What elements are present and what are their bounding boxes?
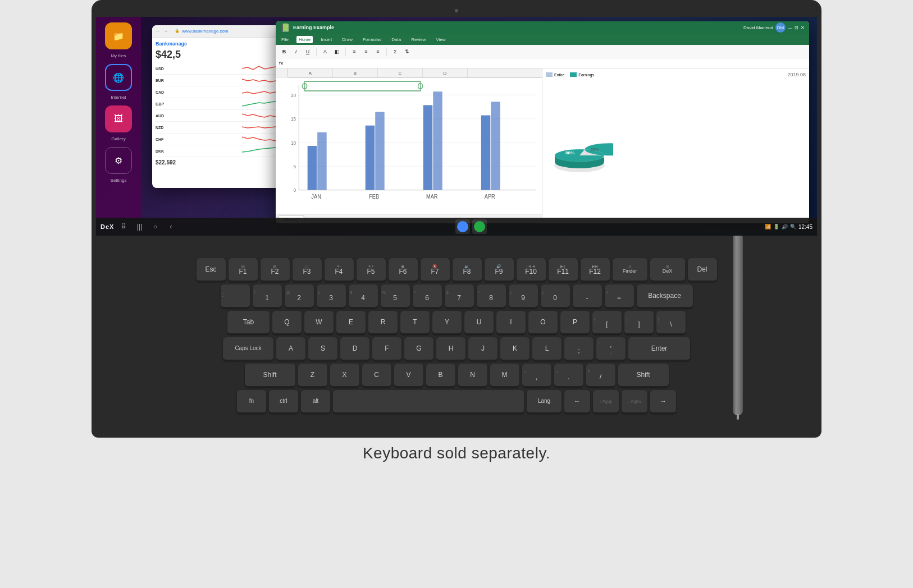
- key-s[interactable]: S: [308, 337, 337, 361]
- key-comma[interactable]: < ,: [522, 364, 551, 387]
- key-semicolon[interactable]: : ;: [564, 337, 594, 361]
- taskbar-browser-app[interactable]: [455, 219, 470, 234]
- maximize-icon[interactable]: ⊡: [795, 25, 798, 30]
- key-u[interactable]: U: [464, 311, 494, 334]
- key-equals[interactable]: + =: [605, 284, 634, 308]
- key-alt[interactable]: alt: [301, 390, 330, 414]
- key-x[interactable]: X: [330, 364, 359, 387]
- sum-button[interactable]: Σ: [390, 47, 400, 57]
- key-d[interactable]: D: [340, 337, 369, 361]
- key-y[interactable]: Y: [432, 311, 462, 334]
- key-arrow-up[interactable]: ↑ PgUp: [593, 390, 619, 414]
- align-right[interactable]: ≡: [373, 47, 383, 57]
- close-icon[interactable]: ✕: [801, 25, 805, 30]
- dex-taskbar-lines[interactable]: |||: [133, 220, 145, 233]
- dex-search-icon[interactable]: 🔍: [790, 224, 796, 229]
- dex-taskbar-circle[interactable]: ○: [149, 220, 161, 233]
- dex-taskbar-grid[interactable]: ⠿: [117, 220, 130, 233]
- key-f8[interactable]: 🔉 F8: [453, 258, 482, 282]
- key-lbracket[interactable]: { [: [592, 311, 622, 334]
- key-5[interactable]: % 5: [381, 284, 410, 308]
- menu-home[interactable]: Home: [296, 36, 313, 43]
- key-k[interactable]: K: [500, 337, 529, 361]
- menu-review[interactable]: Review: [409, 36, 428, 43]
- key-t[interactable]: T: [400, 311, 430, 334]
- key-m[interactable]: M: [490, 364, 519, 387]
- menu-file[interactable]: File: [279, 36, 291, 43]
- sidebar-icon-settings[interactable]: ⚙: [105, 147, 132, 174]
- underline-button[interactable]: U: [303, 47, 313, 57]
- key-o[interactable]: O: [528, 311, 558, 334]
- key-h[interactable]: H: [436, 337, 465, 361]
- key-4[interactable]: $ 4: [349, 284, 378, 308]
- key-ctrl[interactable]: ctrl: [269, 390, 298, 414]
- align-center[interactable]: ≡: [361, 47, 371, 57]
- key-q[interactable]: Q: [272, 311, 302, 334]
- key-f2[interactable]: ▤ F2: [261, 258, 290, 282]
- key-finder[interactable]: ⊙ Finder: [613, 258, 647, 282]
- key-r[interactable]: R: [368, 311, 398, 334]
- fill-color-button[interactable]: ◧: [332, 47, 342, 57]
- key-f10[interactable]: |◄◄ F10: [517, 258, 546, 282]
- key-z[interactable]: Z: [298, 364, 327, 387]
- menu-insert[interactable]: Insert: [318, 36, 334, 43]
- key-fn-modifier[interactable]: fn: [237, 390, 266, 414]
- key-space[interactable]: [333, 390, 524, 414]
- taskbar-excel-app[interactable]: [472, 219, 487, 234]
- key-e[interactable]: E: [336, 311, 366, 334]
- align-left[interactable]: ≡: [349, 47, 359, 57]
- key-f5[interactable]: ☀+ F5: [357, 258, 386, 282]
- key-f6[interactable]: ▣ F6: [389, 258, 418, 282]
- key-2[interactable]: @ 2: [285, 284, 314, 308]
- key-f1[interactable]: ⊞ F1: [229, 258, 258, 282]
- key-c[interactable]: C: [362, 364, 391, 387]
- key-slash[interactable]: ? /: [586, 364, 615, 387]
- menu-formulas[interactable]: Formulas: [360, 36, 384, 43]
- sidebar-icon-gallery[interactable]: 🖼: [105, 105, 132, 132]
- key-rbracket[interactable]: } ]: [624, 311, 654, 334]
- key-quote[interactable]: " ' n: [596, 337, 626, 361]
- key-f12[interactable]: ▶▶| F12: [581, 258, 610, 282]
- key-v[interactable]: V: [394, 364, 423, 387]
- key-tab[interactable]: Tab: [227, 311, 270, 334]
- key-arrow-right[interactable]: →: [650, 390, 676, 414]
- key-shift-right[interactable]: Shift: [618, 364, 669, 387]
- font-color-button[interactable]: A: [320, 47, 330, 57]
- key-g[interactable]: G: [404, 337, 433, 361]
- key-f[interactable]: F: [372, 337, 401, 361]
- menu-draw[interactable]: Draw: [340, 36, 355, 43]
- key-backslash[interactable]: | \: [656, 311, 686, 334]
- key-enter[interactable]: Enter: [628, 337, 690, 361]
- key-9[interactable]: ( 9: [509, 284, 538, 308]
- key-f4[interactable]: ☀- F4: [325, 258, 354, 282]
- key-caps-lock[interactable]: Caps Lock: [223, 337, 273, 361]
- minimize-icon[interactable]: —: [788, 25, 792, 30]
- dex-taskbar-back[interactable]: ‹: [165, 220, 177, 233]
- sidebar-icon-myfiles[interactable]: 📁: [105, 22, 132, 49]
- key-f7[interactable]: 🔇 F7: [421, 258, 450, 282]
- key-0[interactable]: ) 0: [541, 284, 570, 308]
- key-f11[interactable]: ▶|| F11: [549, 258, 578, 282]
- key-8[interactable]: * 8: [477, 284, 506, 308]
- key-arrow-left[interactable]: ←: [564, 390, 590, 414]
- key-f9[interactable]: 🔊 F9: [485, 258, 514, 282]
- key-j[interactable]: J: [468, 337, 497, 361]
- key-minus[interactable]: _ -: [573, 284, 602, 308]
- key-b[interactable]: B: [426, 364, 455, 387]
- key-f3[interactable]: □ F3: [293, 258, 322, 282]
- key-backspace[interactable]: Backspace: [637, 284, 693, 308]
- key-esc[interactable]: Esc: [197, 258, 226, 282]
- key-l[interactable]: L: [532, 337, 562, 361]
- key-7[interactable]: & 7: [445, 284, 474, 308]
- key-del[interactable]: Del: [688, 258, 717, 282]
- key-p[interactable]: P: [560, 311, 590, 334]
- key-a[interactable]: A: [276, 337, 305, 361]
- key-1[interactable]: ! 1: [253, 284, 282, 308]
- italic-button[interactable]: I: [291, 47, 301, 57]
- menu-view[interactable]: View: [433, 36, 448, 43]
- key-dex[interactable]: ⊞ DeX: [650, 258, 685, 282]
- sort-button[interactable]: ⇅: [402, 47, 412, 57]
- bold-button[interactable]: B: [279, 47, 289, 57]
- key-arrow-down[interactable]: ↓ PgDn: [622, 390, 647, 414]
- key-3[interactable]: # 3: [317, 284, 346, 308]
